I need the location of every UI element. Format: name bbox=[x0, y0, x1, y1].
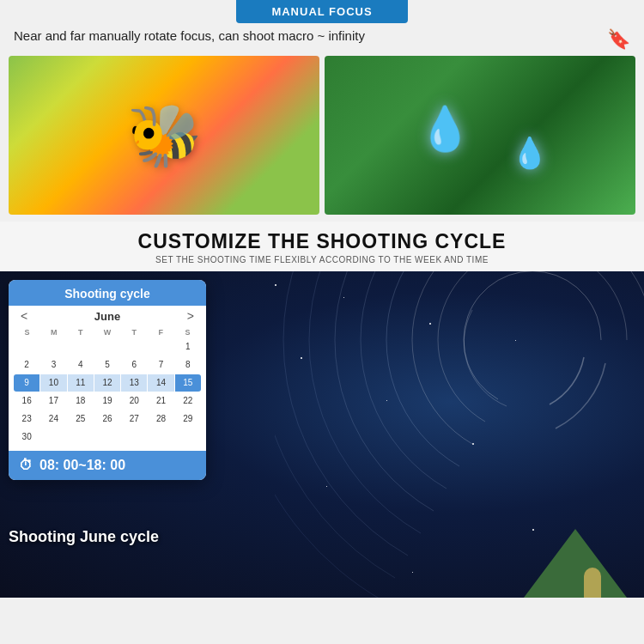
cal-day-11[interactable]: 11 bbox=[68, 374, 94, 392]
calendar-widget: Shooting cycle < June > S M T W T F S _ … bbox=[9, 280, 206, 480]
bookmark-icon: 🔖 bbox=[607, 28, 630, 51]
customize-subtitle: SET THE SHOOTING TIME FLEXIBLY ACCORDING… bbox=[14, 255, 630, 264]
calendar-header: Shooting cycle bbox=[9, 280, 206, 306]
day-header-t: T bbox=[67, 328, 94, 337]
cal-empty: _ bbox=[121, 338, 147, 355]
cal-day-24[interactable]: 24 bbox=[40, 410, 66, 428]
cal-day-15[interactable]: 15 bbox=[175, 374, 201, 392]
cal-empty: _ bbox=[94, 338, 120, 355]
calendar-grid: S M T W T F S _ _ _ _ _ _ 1 2 3 4 bbox=[9, 326, 206, 451]
star bbox=[429, 323, 431, 325]
star bbox=[343, 297, 344, 298]
star bbox=[326, 486, 327, 487]
bee-image bbox=[9, 56, 319, 215]
cal-day-7[interactable]: 7 bbox=[148, 356, 173, 374]
shooting-june-cycle-label: Shooting June cycle bbox=[9, 528, 159, 546]
cal-day-21[interactable]: 21 bbox=[148, 392, 173, 410]
star bbox=[301, 357, 302, 359]
calendar-days: _ _ _ _ _ _ 1 2 3 4 5 6 7 8 9 10 11 12 bbox=[14, 338, 201, 446]
cal-day-9[interactable]: 9 bbox=[14, 374, 39, 392]
calendar-days-header: S M T W T F S bbox=[14, 328, 201, 337]
cal-day-23[interactable]: 23 bbox=[14, 410, 39, 428]
cal-day-12[interactable]: 12 bbox=[94, 374, 120, 392]
cal-day-29[interactable]: 29 bbox=[175, 410, 201, 428]
macro-images bbox=[0, 56, 644, 222]
day-header-s: S bbox=[14, 328, 40, 337]
prev-month-button[interactable]: < bbox=[17, 309, 31, 323]
cal-day-17[interactable]: 17 bbox=[40, 392, 66, 410]
cal-day-22[interactable]: 22 bbox=[175, 392, 201, 410]
cal-empty: _ bbox=[14, 338, 39, 355]
cal-day-20[interactable]: 20 bbox=[121, 392, 147, 410]
cal-day-16[interactable]: 16 bbox=[14, 392, 39, 410]
top-header: Near and far manually rotate focus, can … bbox=[0, 23, 644, 56]
customize-title: CUSTOMIZE THE SHOOTING CYCLE bbox=[14, 230, 630, 253]
star bbox=[472, 443, 474, 445]
cal-day-25[interactable]: 25 bbox=[68, 410, 94, 428]
calendar-month: June bbox=[94, 310, 120, 323]
tent-area bbox=[386, 495, 644, 598]
time-bar: ⏱ 08: 00~18: 00 bbox=[9, 451, 206, 480]
cal-day-14[interactable]: 14 bbox=[148, 374, 173, 392]
tent-door bbox=[584, 568, 601, 598]
cal-day-27[interactable]: 27 bbox=[121, 410, 147, 428]
top-section: MANUAL FOCUS Near and far manually rotat… bbox=[0, 0, 644, 222]
manual-focus-description: Near and far manually rotate focus, can … bbox=[14, 27, 600, 45]
manual-focus-bar: MANUAL FOCUS bbox=[236, 0, 408, 23]
cal-day-26[interactable]: 26 bbox=[94, 410, 120, 428]
cal-day-28[interactable]: 28 bbox=[148, 410, 173, 428]
time-label: 08: 00~18: 00 bbox=[39, 458, 125, 473]
day-header-t2: T bbox=[121, 328, 148, 337]
tent-shape bbox=[524, 529, 627, 598]
star bbox=[275, 284, 276, 286]
star bbox=[515, 340, 516, 341]
day-header-s2: S bbox=[174, 328, 201, 337]
cal-empty: _ bbox=[40, 338, 66, 355]
cal-day-5[interactable]: 5 bbox=[94, 356, 120, 374]
water-drops-image bbox=[325, 56, 635, 215]
day-header-m: M bbox=[40, 328, 67, 337]
cal-day-30[interactable]: 30 bbox=[14, 428, 39, 446]
next-month-button[interactable]: > bbox=[184, 309, 197, 323]
cal-day-4[interactable]: 4 bbox=[68, 356, 94, 374]
cal-empty: _ bbox=[68, 338, 94, 355]
cal-day-6[interactable]: 6 bbox=[121, 356, 147, 374]
cal-empty: _ bbox=[148, 338, 173, 355]
cal-day-10[interactable]: 10 bbox=[40, 374, 66, 392]
calendar-title: Shooting cycle bbox=[64, 287, 150, 301]
clock-icon: ⏱ bbox=[19, 458, 33, 473]
day-header-f: F bbox=[148, 328, 174, 337]
cal-day-18[interactable]: 18 bbox=[68, 392, 94, 410]
cal-day-2[interactable]: 2 bbox=[14, 356, 39, 374]
manual-focus-label: MANUAL FOCUS bbox=[271, 5, 372, 18]
cal-day-3[interactable]: 3 bbox=[40, 356, 66, 374]
cal-day-19[interactable]: 19 bbox=[94, 392, 120, 410]
middle-section: CUSTOMIZE THE SHOOTING CYCLE SET THE SHO… bbox=[0, 222, 644, 271]
cal-day-1[interactable]: 1 bbox=[175, 338, 201, 355]
day-header-w: W bbox=[94, 328, 120, 337]
cal-day-13[interactable]: 13 bbox=[121, 374, 147, 392]
cal-day-8[interactable]: 8 bbox=[175, 356, 201, 374]
bottom-section: Shooting cycle < June > S M T W T F S _ … bbox=[0, 271, 644, 598]
calendar-nav: < June > bbox=[9, 306, 206, 326]
star bbox=[386, 400, 387, 401]
